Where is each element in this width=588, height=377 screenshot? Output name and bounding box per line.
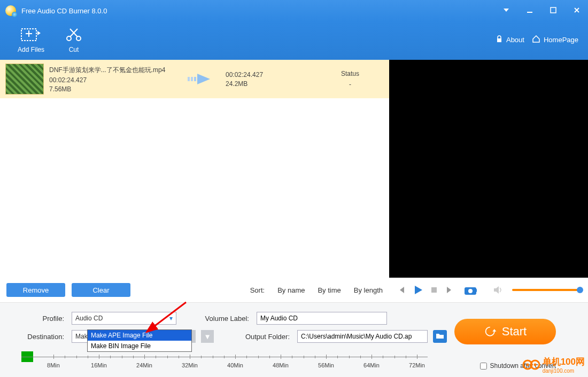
timeline-tick-label: 56Min (318, 362, 334, 368)
lock-icon (496, 35, 503, 44)
volume-label-label: Volume Label: (201, 315, 249, 323)
capacity-timeline: 8Min16Min24Min32Min40Min48Min56Min64Min7… (21, 349, 428, 372)
prev-track-button[interactable] (397, 285, 406, 295)
shutdown-checkbox[interactable] (480, 363, 487, 370)
output-folder-label: Output Folder: (238, 333, 290, 341)
status-header: Status (316, 70, 384, 77)
svg-rect-7 (497, 38, 501, 42)
sort-by-length[interactable]: By length (354, 286, 383, 294)
window-close-button[interactable] (570, 6, 584, 15)
app-title: Free Audio CD Burner 8.0.0 (21, 7, 499, 15)
window-dropdown-button[interactable] (499, 6, 513, 15)
svg-rect-1 (551, 7, 556, 13)
svg-rect-0 (527, 12, 532, 13)
start-label: Start (502, 325, 527, 339)
timeline-tick-label: 72Min (409, 362, 425, 368)
play-button[interactable] (413, 285, 423, 295)
file-thumbnail (5, 64, 44, 95)
home-icon (532, 35, 540, 44)
about-link[interactable]: About (496, 35, 524, 44)
profile-label: Profile: (21, 315, 64, 323)
convert-arrow-icon (183, 72, 220, 87)
clear-button[interactable]: Clear (72, 283, 130, 297)
sort-label: Sort: (250, 286, 265, 294)
next-track-button[interactable] (445, 285, 454, 295)
chevron-down-icon: ▾ (169, 315, 173, 322)
preview-panel (389, 60, 588, 302)
svg-point-13 (468, 289, 473, 293)
svg-rect-9 (191, 77, 193, 81)
about-label: About (506, 36, 524, 44)
sort-by-name[interactable]: By name (277, 286, 305, 294)
timeline-tick-label: 40Min (227, 362, 243, 368)
svg-rect-4 (28, 30, 29, 37)
file-src-size: 7.56MB (49, 85, 177, 93)
move-down-button[interactable]: ▼ (201, 330, 214, 343)
timeline-tick-label: 64Min (363, 362, 380, 368)
destination-label: Destination: (21, 333, 64, 341)
status-value: - (316, 81, 384, 88)
add-files-button[interactable]: Add Files (10, 26, 52, 53)
homepage-label: HomePage (544, 36, 578, 44)
destination-option-0[interactable]: Make APE Image File (88, 330, 191, 341)
remove-button[interactable]: Remove (6, 283, 65, 297)
file-name: DNF手游策划来学...了不氪金也能玩.mp4 (49, 66, 177, 75)
timeline-tick-label: 32Min (182, 362, 198, 368)
window-maximize-button[interactable] (546, 6, 560, 15)
video-preview[interactable] (389, 60, 588, 278)
file-row[interactable]: DNF手游策划来学...了不氪金也能玩.mp4 00:02:24.427 7.5… (0, 60, 389, 98)
volume-label-input[interactable] (257, 312, 387, 325)
volume-slider[interactable] (512, 289, 581, 291)
file-dst-size: 24.2MB (226, 80, 311, 88)
cut-button[interactable]: Cut (52, 26, 95, 53)
svg-rect-10 (194, 77, 196, 81)
profile-combo[interactable]: Audio CD ▾ (72, 312, 176, 325)
window-minimize-button[interactable] (523, 6, 537, 15)
profile-value: Audio CD (75, 315, 169, 322)
file-dst-duration: 00:02:24.427 (226, 71, 311, 78)
shutdown-label: Shutdown after convert (490, 362, 556, 370)
file-src-duration: 00:02:24.427 (49, 76, 177, 84)
scissors-icon (65, 26, 83, 44)
timeline-tick-label: 24Min (136, 362, 152, 368)
add-files-label: Add Files (18, 46, 44, 53)
list-actions: Remove Clear Sort: By name By time By le… (0, 278, 389, 302)
destination-option-1[interactable]: Make BIN Image File (88, 341, 191, 351)
toolbar: Add Files Cut About HomePage (0, 21, 588, 60)
svg-rect-8 (188, 77, 190, 81)
homepage-link[interactable]: HomePage (532, 35, 578, 44)
stop-button[interactable] (430, 286, 438, 294)
timeline-tick-label: 16Min (91, 362, 107, 368)
start-button[interactable]: Start (454, 319, 556, 344)
snapshot-button[interactable] (464, 285, 478, 295)
destination-dropdown[interactable]: Make APE Image File Make BIN Image File (87, 329, 192, 352)
cut-label: Cut (69, 46, 79, 53)
svg-rect-11 (431, 287, 437, 293)
output-folder-input[interactable] (297, 330, 428, 343)
refresh-icon (484, 325, 497, 338)
shutdown-checkbox-row[interactable]: Shutdown after convert (480, 362, 556, 370)
titlebar: Free Audio CD Burner 8.0.0 (0, 0, 588, 21)
volume-icon[interactable] (493, 286, 502, 294)
timeline-tick-label: 48Min (273, 362, 289, 368)
app-icon (5, 5, 16, 16)
browse-button[interactable] (433, 330, 447, 343)
sort-by-time[interactable]: By time (318, 286, 341, 294)
file-list: DNF手游策划来学...了不氪金也能玩.mp4 00:02:24.427 7.5… (0, 60, 389, 302)
timeline-tick-label: 8Min (47, 362, 60, 368)
add-files-icon (20, 26, 42, 44)
